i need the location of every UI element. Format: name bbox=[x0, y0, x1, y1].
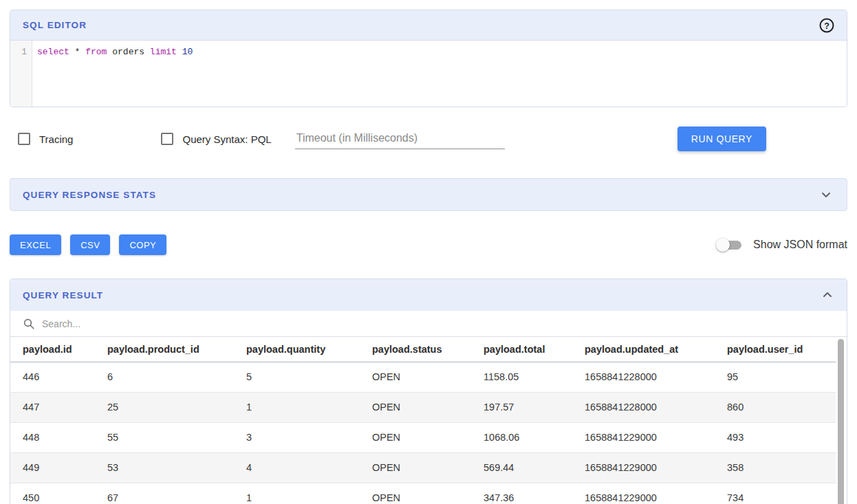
table-cell: 1068.06 bbox=[471, 422, 572, 452]
sql-editor-title: SQL EDITOR bbox=[23, 20, 87, 30]
table-cell: 1658841229000 bbox=[572, 422, 715, 452]
table-cell: 569.44 bbox=[471, 452, 572, 483]
code-token: 10 bbox=[182, 47, 193, 57]
code-line-content[interactable]: select * from orders limit 10 bbox=[32, 41, 847, 107]
table-cell: 25 bbox=[95, 392, 234, 422]
query-result-title: QUERY RESULT bbox=[23, 290, 103, 300]
search-icon bbox=[23, 318, 35, 330]
tracing-label[interactable]: Tracing bbox=[39, 133, 73, 145]
table-cell: 197.57 bbox=[471, 392, 572, 422]
line-number: 1 bbox=[21, 47, 27, 57]
run-query-button[interactable]: RUN QUERY bbox=[677, 127, 766, 151]
help-icon[interactable]: ? bbox=[818, 17, 836, 34]
table-cell: 3 bbox=[234, 422, 360, 452]
excel-button[interactable]: EXCEL bbox=[10, 234, 61, 255]
pql-label[interactable]: Query Syntax: PQL bbox=[182, 133, 271, 145]
result-table-body: 44665OPEN1158.05165884122800095447251OPE… bbox=[10, 362, 836, 504]
svg-text:?: ? bbox=[824, 21, 829, 30]
code-editor[interactable]: 1 select * from orders limit 10 bbox=[10, 40, 847, 107]
code-token: * bbox=[69, 47, 85, 57]
table-row: 449534OPEN569.441658841229000358 bbox=[10, 452, 836, 483]
sql-editor-header: SQL EDITOR ? bbox=[10, 10, 847, 40]
json-format-toggle-label: Show JSON format bbox=[753, 239, 847, 251]
table-row: 450671OPEN347.361658841229000734 bbox=[10, 483, 836, 504]
query-response-stats-accordion[interactable]: QUERY RESPONSE STATS bbox=[10, 178, 847, 211]
table-cell: 6 bbox=[95, 362, 234, 392]
page: SQL EDITOR ? 1 select * from orders limi… bbox=[0, 0, 857, 504]
table-cell: 860 bbox=[715, 392, 836, 422]
code-token: from bbox=[85, 47, 107, 57]
tracing-checkbox-group[interactable]: Tracing bbox=[18, 133, 73, 145]
column-header[interactable]: payload.updated_at bbox=[572, 337, 715, 362]
timeout-field-wrap bbox=[295, 129, 505, 149]
column-header[interactable]: payload.total bbox=[471, 337, 572, 362]
table-cell: 448 bbox=[10, 422, 95, 452]
table-cell: 493 bbox=[715, 422, 836, 452]
query-controls: Tracing Query Syntax: PQL RUN QUERY bbox=[10, 125, 847, 153]
query-result-panel: QUERY RESULT payload.idpaylo bbox=[10, 278, 847, 504]
pql-checkbox-group[interactable]: Query Syntax: PQL bbox=[161, 133, 271, 145]
result-search-row bbox=[10, 311, 847, 337]
table-row: 447251OPEN197.571658841228000860 bbox=[10, 392, 836, 422]
search-input[interactable] bbox=[42, 318, 834, 329]
column-header[interactable]: payload.product_id bbox=[95, 337, 234, 362]
table-cell: 449 bbox=[10, 452, 95, 483]
column-header[interactable]: payload.quantity bbox=[234, 337, 360, 362]
table-cell: OPEN bbox=[360, 483, 471, 504]
table-cell: 1158.05 bbox=[471, 362, 572, 392]
code-token: limit bbox=[150, 47, 177, 57]
table-cell: 447 bbox=[10, 392, 95, 422]
table-cell: OPEN bbox=[360, 362, 471, 392]
table-cell: 450 bbox=[10, 483, 95, 504]
table-cell: OPEN bbox=[360, 422, 471, 452]
table-cell: 1658841228000 bbox=[572, 362, 715, 392]
table-cell: 734 bbox=[715, 483, 836, 504]
table-cell: 95 bbox=[715, 362, 836, 392]
table-cell: 347.36 bbox=[471, 483, 572, 504]
code-token bbox=[177, 47, 182, 57]
code-token: orders bbox=[107, 47, 149, 57]
table-cell: OPEN bbox=[360, 392, 471, 422]
table-row: 44665OPEN1158.05165884122800095 bbox=[10, 362, 836, 392]
line-number-gutter: 1 bbox=[10, 41, 32, 107]
table-cell: OPEN bbox=[360, 452, 471, 483]
table-cell: 67 bbox=[95, 483, 234, 504]
chevron-down-icon[interactable] bbox=[818, 186, 834, 203]
table-cell: 1 bbox=[234, 483, 360, 504]
column-header[interactable]: payload.id bbox=[10, 337, 95, 362]
table-cell: 358 bbox=[715, 452, 836, 483]
column-header[interactable]: payload.status bbox=[360, 337, 471, 362]
copy-button[interactable]: COPY bbox=[119, 234, 166, 255]
table-cell: 1658841228000 bbox=[572, 392, 715, 422]
json-format-toggle-group: Show JSON format bbox=[716, 237, 847, 252]
table-cell: 1658841229000 bbox=[572, 483, 715, 504]
table-cell: 53 bbox=[95, 452, 234, 483]
query-response-stats-title: QUERY RESPONSE STATS bbox=[23, 190, 156, 200]
query-result-header[interactable]: QUERY RESULT bbox=[10, 279, 847, 311]
code-token: select bbox=[37, 47, 69, 57]
table-cell: 5 bbox=[234, 362, 360, 392]
timeout-input[interactable] bbox=[295, 129, 505, 149]
table-cell: 446 bbox=[10, 362, 95, 392]
csv-button[interactable]: CSV bbox=[70, 234, 110, 255]
table-cell: 1658841229000 bbox=[572, 452, 715, 483]
column-header[interactable]: payload.user_id bbox=[715, 337, 836, 362]
pql-checkbox[interactable] bbox=[161, 133, 173, 145]
table-cell: 4 bbox=[234, 452, 360, 483]
result-table: payload.idpayload.product_idpayload.quan… bbox=[10, 337, 836, 504]
export-toolbar: EXCEL CSV COPY Show JSON format bbox=[10, 234, 847, 255]
table-row: 448553OPEN1068.061658841229000493 bbox=[10, 422, 836, 452]
sql-editor-panel: SQL EDITOR ? 1 select * from orders limi… bbox=[10, 10, 847, 107]
table-cell: 55 bbox=[95, 422, 234, 452]
chevron-up-icon[interactable] bbox=[819, 287, 836, 303]
toggle-thumb bbox=[716, 238, 730, 252]
json-format-toggle[interactable] bbox=[716, 237, 744, 252]
table-scrollbar[interactable] bbox=[838, 339, 844, 504]
tracing-checkbox[interactable] bbox=[18, 133, 30, 145]
result-table-head-row: payload.idpayload.product_idpayload.quan… bbox=[10, 337, 836, 362]
table-cell: 1 bbox=[234, 392, 360, 422]
table-scrollbar-track bbox=[837, 338, 845, 504]
